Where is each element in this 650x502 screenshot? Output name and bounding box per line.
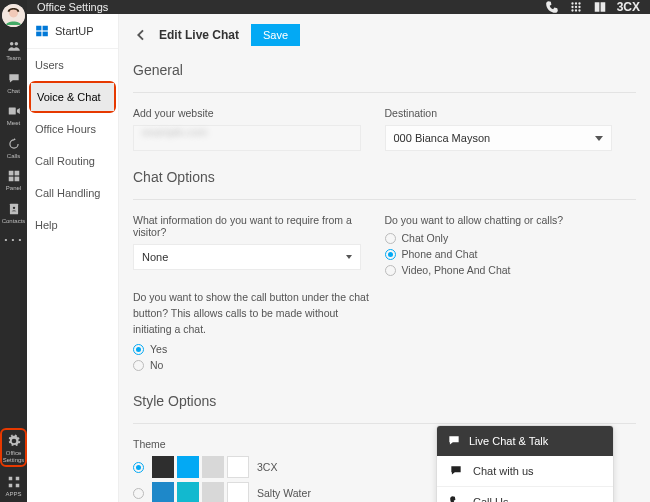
color-swatch [177,482,199,502]
color-swatch [227,482,249,502]
svg-rect-6 [14,171,19,176]
theme-radio[interactable] [133,462,144,473]
rail-more-icon[interactable]: • • • [5,229,23,250]
book-icon[interactable] [593,0,607,14]
phone-icon[interactable] [545,0,559,14]
svg-rect-7 [8,177,13,182]
call-button-yes[interactable]: Yes [133,343,373,355]
color-swatch [177,456,199,478]
sidebar-item-users[interactable]: Users [27,49,118,81]
rail-office-settings[interactable]: Office Settings [0,428,27,467]
svg-rect-24 [36,26,41,31]
rail-team[interactable]: Team [0,33,27,66]
svg-rect-11 [8,477,12,481]
sidebar-item-voice-chat-highlight: Voice & Chat [29,81,116,113]
color-swatch [202,482,224,502]
allow-phone-and-chat[interactable]: Phone and Chat [385,248,625,260]
svg-point-20 [578,6,580,8]
svg-rect-27 [43,32,48,37]
page-title: Office Settings [37,1,108,13]
sidebar-item-help[interactable]: Help [27,209,118,241]
svg-point-15 [571,2,573,4]
live-chat-preview: Live Chat & Talk Chat with us Call Us [436,425,614,502]
call-button-q-label: Do you want to show the call button unde… [133,290,373,337]
preview-header: Live Chat & Talk [437,426,613,456]
allow-label: Do you want to allow chatting or calls? [385,214,625,226]
rail-contacts[interactable]: Contacts [0,196,27,229]
svg-rect-26 [36,32,41,37]
style-options-heading: Style Options [133,393,636,409]
svg-point-17 [578,2,580,4]
phone-icon [449,495,463,502]
svg-point-2 [9,42,12,46]
preview-chat-with-us[interactable]: Chat with us [437,456,613,486]
color-swatch [152,456,174,478]
theme-name: 3CX [257,461,277,473]
nav-rail: Team Chat Meet Calls Panel Contacts • • … [0,0,27,502]
color-swatch [227,456,249,478]
svg-point-16 [574,2,576,4]
svg-point-21 [571,9,573,11]
svg-rect-5 [8,171,13,176]
svg-point-22 [574,9,576,11]
sidebar-startup[interactable]: StartUP [27,14,118,49]
allow-video-phone-chat[interactable]: Video, Phone And Chat [385,264,625,276]
svg-point-10 [12,207,14,209]
destination-select[interactable]: 000 Bianca Mayson [385,125,613,151]
svg-point-23 [578,9,580,11]
require-label: What information do you want to require … [133,214,373,238]
svg-rect-13 [8,484,12,488]
rail-panel[interactable]: Panel [0,163,27,196]
theme-radio[interactable] [133,488,144,499]
preview-call-us[interactable]: Call Us [437,486,613,502]
color-swatch [152,482,174,502]
svg-point-3 [14,42,17,46]
svg-rect-25 [43,26,48,31]
edit-live-chat-heading: Edit Live Chat [159,28,239,42]
sidebar-item-call-routing[interactable]: Call Routing [27,145,118,177]
sidebar-item-voice-chat[interactable]: Voice & Chat [31,83,114,111]
windows-icon [35,24,49,38]
dialpad-icon[interactable] [569,0,583,14]
color-swatch [202,456,224,478]
svg-point-18 [571,6,573,8]
destination-label: Destination [385,107,625,119]
rail-apps[interactable]: APPS [0,469,27,502]
sidebar: StartUP Users Voice & Chat Office Hours … [27,14,119,502]
rail-chat[interactable]: Chat [0,66,27,99]
require-select[interactable]: None [133,244,361,270]
svg-rect-8 [14,177,19,182]
svg-rect-12 [15,477,19,481]
svg-point-19 [574,6,576,8]
save-button[interactable]: Save [251,24,300,46]
sidebar-item-office-hours[interactable]: Office Hours [27,113,118,145]
website-label: Add your website [133,107,373,119]
sidebar-item-call-handling[interactable]: Call Handling [27,177,118,209]
chat-bubble-icon [449,464,463,478]
call-button-no[interactable]: No [133,359,373,371]
chat-icon [447,434,461,448]
theme-name: Salty Water [257,487,311,499]
general-heading: General [133,62,636,78]
rail-meet[interactable]: Meet [0,98,27,131]
brand-logo: 3CX [617,0,640,14]
back-icon[interactable] [133,27,149,43]
avatar[interactable] [2,4,25,27]
website-input[interactable]: example.com [133,125,361,151]
svg-rect-4 [8,108,15,115]
topbar: Office Settings 3CX [27,0,650,14]
rail-calls[interactable]: Calls [0,131,27,164]
chat-options-heading: Chat Options [133,169,636,185]
allow-chat-only[interactable]: Chat Only [385,232,625,244]
chevron-down-icon [595,136,603,141]
chevron-down-icon [346,255,352,259]
svg-rect-14 [15,484,19,488]
